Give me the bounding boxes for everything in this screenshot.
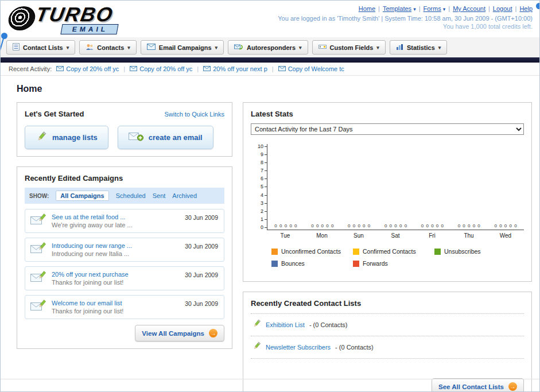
filter-all-campaigns[interactable]: All Campaigns — [56, 191, 108, 201]
campaign-title-link[interactable]: 20% off your next purchase — [52, 271, 129, 278]
recent-activity-link[interactable]: Copy of Welcome tc — [288, 65, 344, 72]
envelope-icon — [278, 65, 286, 72]
top-link-help[interactable]: Help — [519, 5, 533, 12]
tab-statistics[interactable]: Statistics ▾ — [390, 40, 447, 55]
chevron-down-icon: ▾ — [299, 45, 302, 51]
recent-activity-label: Recent Activity: — [9, 65, 52, 72]
legend-item: Confirmed Contacts — [353, 248, 434, 255]
campaign-title-link[interactable]: See us at the retail food ... — [52, 214, 133, 220]
login-status-text: You are logged in as 'Timothy Smith' | S… — [278, 15, 533, 22]
tab-custom-fields[interactable]: Custom Fields ▾ — [312, 40, 386, 55]
recent-campaigns-title: Recently Edited Campaigns — [25, 174, 224, 183]
recent-activity-link[interactable]: 20% off your next p — [213, 65, 267, 72]
see-all-contact-lists-label: See All Contact Lists — [438, 383, 504, 390]
tab-email-campaigns[interactable]: Email Campaigns ▾ — [141, 40, 224, 55]
campaign-item[interactable]: Introducing our new range ... Introducin… — [25, 238, 224, 262]
switch-quick-links-link[interactable]: Switch to Quick Links — [164, 111, 224, 118]
envelope-pencil-icon — [30, 271, 46, 286]
recent-activity-item[interactable]: Copy of Welcome tc — [278, 65, 344, 72]
recent-activity-bar: Recent Activity: Copy of 20% off yc | Co… — [1, 63, 539, 76]
campaign-subtitle: Introducing our new Italia ... — [52, 250, 132, 257]
top-link-logout[interactable]: Logout — [493, 5, 512, 12]
recent-activity-link[interactable]: Copy of 20% off yc — [66, 65, 119, 72]
legend-label: Unconfirmed Contacts — [281, 248, 341, 255]
separator: | — [197, 65, 199, 72]
envelope-pencil-icon — [30, 214, 46, 228]
recent-activity-link[interactable]: Copy of 20% off yc — [139, 65, 192, 72]
legend-swatch — [271, 249, 278, 255]
y-axis-tick: 1 — [253, 217, 267, 222]
manage-lists-button[interactable]: manage lists — [25, 126, 108, 149]
legend-label: Unsubscribes — [444, 248, 481, 255]
chart-x-labels: TueMonSunSatFriThuWed — [267, 232, 524, 239]
tab-contact-lists[interactable]: Contact Lists ▾ — [6, 40, 75, 55]
manage-lists-label: manage lists — [52, 133, 98, 142]
create-email-button[interactable]: create an email — [118, 126, 213, 149]
chevron-down-icon: ▾ — [376, 45, 379, 51]
y-axis-tick: 5 — [253, 184, 267, 189]
footer-divider — [1, 379, 539, 379]
recent-contact-lists-title: Recently Created Contact Lists — [251, 299, 524, 308]
filter-scheduled[interactable]: Scheduled — [116, 192, 146, 199]
campaign-item[interactable]: See us at the retail food ... We're givi… — [25, 209, 224, 233]
credits-text: You have 1,000 total credits left. — [278, 23, 533, 30]
recent-contact-lists-panel: Recently Created Contact Lists Exhibitio… — [243, 292, 532, 392]
chart-bar-group: 0 0 0 0 0 — [304, 223, 341, 230]
contacts-icon — [86, 44, 94, 52]
filter-archived[interactable]: Archived — [172, 192, 197, 199]
campaign-subtitle: Thanks for joining our list! — [52, 308, 123, 315]
top-link-home[interactable]: Home — [359, 5, 375, 12]
contact-list-item[interactable]: Newsletter Subscribers - (0 Contacts) — [251, 336, 524, 359]
contact-lists-icon — [13, 43, 20, 52]
tab-label: Contact Lists — [23, 44, 63, 51]
main-nav: Contact Lists ▾ Contacts ▾ Email Campaig… — [1, 37, 539, 57]
top-link-my-account[interactable]: My Account — [453, 5, 485, 12]
recent-activity-item[interactable]: Copy of 20% off yc — [130, 65, 192, 72]
top-link-templates[interactable]: Templates — [383, 5, 411, 12]
show-label: SHOW: — [29, 193, 49, 199]
tab-autoresponders[interactable]: Autoresponders ▾ — [228, 40, 308, 55]
campaign-title-link[interactable]: Welcome to our email list — [52, 300, 123, 306]
recent-activity-item[interactable]: Copy of 20% off yc — [56, 65, 119, 72]
y-axis-tick: 7 — [253, 168, 267, 173]
legend-swatch — [353, 261, 359, 267]
campaign-item[interactable]: 20% off your next purchase Thanks for jo… — [25, 266, 224, 290]
separator: | — [515, 5, 517, 12]
tab-label: Autoresponders — [247, 44, 296, 51]
pencil-icon — [252, 319, 261, 331]
latest-stats-title: Latest Stats — [251, 110, 524, 118]
contact-list-link[interactable]: Exhibition List — [266, 321, 305, 328]
separator: | — [123, 65, 125, 72]
envelope-pencil-icon — [30, 300, 46, 315]
top-nav: Home|Templates ▾|Forms ▾|My Account|Logo… — [278, 5, 533, 12]
see-all-contact-lists-button[interactable]: See All Contact Lists → — [432, 378, 524, 392]
recent-activity-item[interactable]: 20% off your next p — [203, 65, 267, 72]
contact-activity-chart: 109876543210 0 0 0 0 00 0 0 0 00 0 0 0 0… — [251, 144, 524, 272]
tab-label: Email Campaigns — [159, 44, 212, 51]
legend-item: Unconfirmed Contacts — [271, 248, 353, 255]
legend-swatch — [434, 249, 441, 255]
stats-period-select[interactable]: Contact Activity for the Last 7 Days — [251, 123, 524, 135]
logo-swirl-icon — [6, 6, 37, 30]
campaign-subtitle: We're giving away our late ... — [52, 222, 133, 228]
chart-y-axis: 109876543210 — [253, 144, 267, 230]
chevron-down-icon: ▾ — [443, 6, 446, 12]
tab-contacts[interactable]: Contacts ▾ — [79, 40, 137, 55]
contact-list-item[interactable]: Exhibition List - (0 Contacts) — [251, 313, 524, 336]
app-window: TURBO EMAIL Home|Templates ▾|Forms ▾|My … — [0, 0, 540, 392]
right-column: Latest Stats Contact Activity for the La… — [243, 102, 532, 392]
separator: | — [488, 5, 490, 12]
campaign-date: 30 Jun 2009 — [185, 300, 218, 307]
chart-bar-group: 0 0 0 0 0 — [450, 223, 487, 230]
autoresponders-icon — [234, 44, 243, 52]
campaign-title-link[interactable]: Introducing our new range ... — [52, 242, 132, 249]
campaign-item[interactable]: Welcome to our email list Thanks for joi… — [25, 295, 224, 319]
envelope-icon — [130, 65, 137, 72]
top-link-forms[interactable]: Forms — [424, 5, 441, 12]
view-all-campaigns-button[interactable]: View All Campaigns → — [135, 325, 224, 341]
contact-list-link[interactable]: Newsletter Subscribers — [266, 344, 331, 351]
legend-item: Forwards — [353, 260, 434, 267]
filter-sent[interactable]: Sent — [153, 192, 166, 199]
chart-x-label: Sat — [377, 232, 414, 239]
email-campaigns-icon — [147, 44, 156, 51]
